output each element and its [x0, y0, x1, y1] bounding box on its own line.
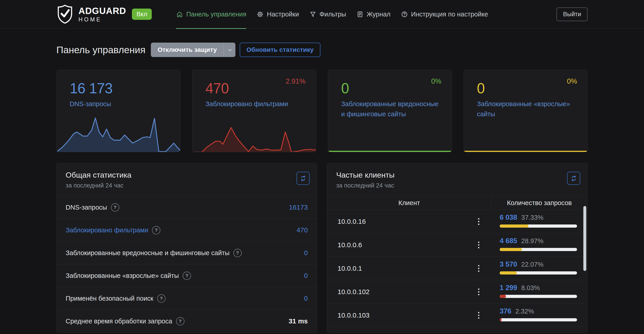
client-bar-fill: [500, 318, 502, 321]
stat-row-safesearch: Применён безопасный поиск ? 0: [56, 287, 317, 310]
help-icon[interactable]: ?: [234, 249, 242, 257]
client-count-link[interactable]: 6 038: [500, 213, 517, 222]
client-row: 10.0.0.103 376 2.32%: [327, 304, 588, 327]
logout-button[interactable]: Выйти: [556, 7, 588, 21]
brand-name: ADGUARD: [78, 6, 126, 15]
stat-label: Заблокированные вредоносные и фишинговые…: [66, 249, 230, 257]
refresh-icon: [570, 175, 577, 182]
blocked-filters-sparkline: [192, 115, 316, 152]
card-percent: 0%: [567, 77, 577, 85]
help-icon[interactable]: ?: [111, 203, 119, 212]
panels-row: Общая статистика за последний 24 час DNS…: [56, 163, 588, 334]
client-count-link[interactable]: 4 685: [500, 237, 517, 245]
page-title: Панель управления: [56, 44, 146, 55]
client-ip: 10.0.0.103: [338, 312, 370, 319]
stat-label: DNS-запросы: [66, 204, 107, 211]
client-percent: 22.07%: [521, 261, 544, 268]
filter-icon: [309, 11, 316, 18]
client-row: 10.0.0.16 6 038 37.33%: [327, 210, 588, 233]
clients-table-header: Клиент Количество запросов: [327, 196, 588, 210]
stat-cards: 16 173 DNS-запросы 2.91% 470 Заблокирова…: [56, 70, 588, 152]
card-label: Заблокированные «взрослые» сайты: [477, 99, 578, 119]
stat-row-blocked-filters: Заблокировано фильтрами ? 470: [56, 219, 317, 241]
kebab-menu-icon[interactable]: [477, 311, 480, 320]
nav-item-label: Инструкция по настройке: [411, 10, 488, 18]
nav-item-query-log[interactable]: Журнал: [356, 0, 390, 29]
kebab-menu-icon[interactable]: [477, 288, 480, 296]
stat-label: Применён безопасный поиск: [66, 295, 153, 302]
stat-row-dns: DNS-запросы ? 16173: [56, 196, 317, 219]
client-row: 10.0.0.1 3 570 22.07%: [327, 257, 588, 280]
panel-title: Частые клиенты: [336, 171, 578, 179]
stat-value: 31 ms: [289, 317, 308, 325]
top-clients-panel: Частые клиенты за последний 24 час Клиен…: [327, 163, 588, 333]
chevron-down-icon: [226, 47, 233, 53]
stat-row-malware: Заблокированные вредоносные и фишинговые…: [56, 241, 317, 264]
home-icon: [176, 11, 183, 18]
help-icon[interactable]: ?: [183, 272, 191, 280]
client-ip: 10.0.0.16: [338, 218, 366, 225]
stat-value: 0: [304, 295, 308, 302]
card-label: DNS-запросы: [70, 99, 171, 109]
client-percent: 2.32%: [516, 308, 534, 315]
kebab-menu-icon[interactable]: [477, 241, 480, 249]
stat-value: 470: [296, 226, 308, 234]
client-ip: 10.0.0.6: [338, 241, 362, 249]
panel-subtitle: за последний 24 час: [336, 182, 578, 189]
clients-scrollbar[interactable]: [583, 206, 586, 271]
help-circle-icon: [401, 11, 408, 18]
refresh-statistics-button[interactable]: Обновить статистику: [240, 43, 320, 57]
top-nav: ADGUARD HOME Вкл Панель управления Настр…: [0, 0, 644, 29]
client-count-link[interactable]: 1 299: [500, 284, 517, 292]
general-statistics-panel: Общая статистика за последний 24 час DNS…: [56, 163, 317, 333]
card-blocked-adult[interactable]: 0% 0 Заблокированные «взрослые» сайты: [464, 70, 588, 152]
dashboard-main: Панель управления Отключить защиту Обнов…: [0, 43, 644, 334]
panel-refresh-button[interactable]: [296, 172, 310, 185]
nav-item-settings[interactable]: Настройки: [256, 0, 299, 29]
brand-logo[interactable]: ADGUARD HOME: [56, 4, 126, 24]
stat-value: 16173: [289, 204, 308, 211]
nav-item-label: Настройки: [267, 10, 299, 18]
panel-refresh-button[interactable]: [567, 172, 580, 185]
panel-subtitle: за последний 24 час: [66, 182, 308, 189]
client-percent: 37.33%: [521, 214, 544, 221]
disable-protection-button[interactable]: Отключить защиту: [151, 43, 224, 57]
help-icon[interactable]: ?: [157, 294, 166, 303]
column-header-count: Количество запросов: [491, 196, 588, 210]
client-ip: 10.0.0.1: [338, 265, 362, 272]
card-dns-queries[interactable]: 16 173 DNS-запросы: [56, 70, 180, 152]
kebab-menu-icon[interactable]: [477, 264, 480, 273]
client-count-link[interactable]: 376: [500, 307, 512, 315]
panel-header: Общая статистика за последний 24 час: [56, 163, 317, 196]
card-blocked-malware[interactable]: 0% 0 Заблокированные вредоносные и фишин…: [328, 70, 452, 152]
client-bar-fill: [500, 248, 522, 251]
card-blocked-by-filters[interactable]: 2.91% 470 Заблокировано фильтрами: [192, 70, 316, 152]
client-bar-track: [500, 248, 577, 251]
nav-item-setup-guide[interactable]: Инструкция по настройке: [401, 0, 488, 29]
client-bar-track: [500, 225, 577, 228]
card-percent: 2.91%: [286, 77, 306, 85]
help-icon[interactable]: ?: [152, 226, 160, 234]
client-bar-track: [500, 295, 577, 298]
dns-queries-sparkline: [56, 115, 180, 152]
nav-item-label: Фильтры: [320, 10, 346, 18]
status-badge: Вкл: [132, 8, 152, 20]
client-bar-fill: [500, 295, 506, 298]
client-row: 10.0.0.6 4 685 28.97%: [327, 233, 588, 257]
card-label: Заблокировано фильтрами: [206, 99, 307, 109]
stat-label-link[interactable]: Заблокировано фильтрами: [66, 227, 148, 234]
help-icon[interactable]: ?: [176, 317, 184, 326]
card-percent: 0%: [431, 77, 441, 85]
nav-item-filters[interactable]: Фильтры: [309, 0, 346, 29]
client-count-link[interactable]: 3 570: [500, 260, 517, 268]
stat-value: 0: [304, 272, 308, 280]
brand-product: HOME: [78, 17, 126, 22]
client-bar-track: [500, 318, 577, 321]
adguard-shield-icon: [56, 4, 74, 24]
column-header-client: Клиент: [327, 196, 491, 210]
nav-item-dashboard[interactable]: Панель управления: [176, 0, 246, 29]
kebab-menu-icon[interactable]: [477, 217, 480, 226]
disable-protection-dropdown-toggle[interactable]: [224, 43, 236, 57]
nav-item-label: Журнал: [367, 10, 390, 18]
stat-label: Среднее время обработки запроса: [66, 318, 172, 325]
